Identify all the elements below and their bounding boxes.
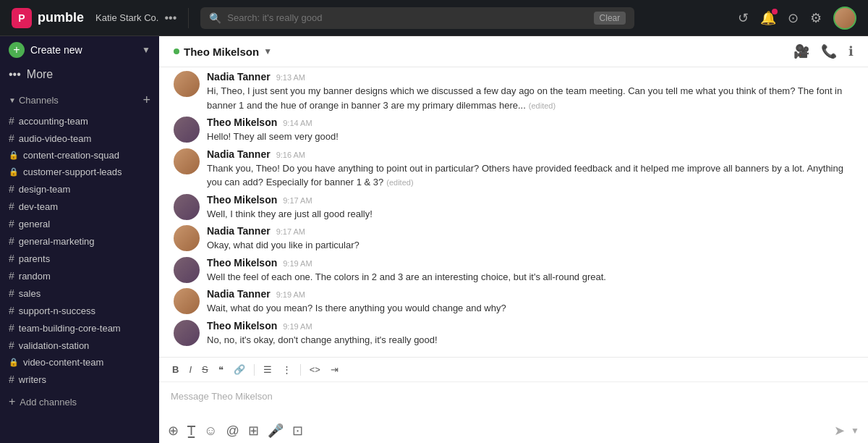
attachment-button[interactable]: ⊞ [248,423,259,439]
lock-icon: 🔒 [9,167,19,177]
message-group: Theo Mikelson9:14 AMHello! They all seem… [174,117,854,144]
sidebar-channel-sales[interactable]: #sales [0,284,159,302]
topbar-actions: ↺ 🔔 ⊙ ⚙ [726,7,868,30]
workspace-options-icon[interactable]: ••• [164,12,176,25]
settings-icon[interactable]: ⚙ [810,10,822,26]
hash-icon: # [9,115,14,127]
chat-header: Theo Mikelson ▼ 🎥 📞 ℹ [159,36,868,67]
sidebar-channel-dev-team[interactable]: #dev-team [0,198,159,215]
search-area: 🔍 Clear [189,7,726,29]
channel-name: general-marketing [19,236,95,247]
search-clear-button[interactable]: Clear [594,12,626,25]
text-format-button[interactable]: T̲ [187,423,195,439]
message-time: 9:17 AM [276,227,305,236]
hash-icon: # [9,218,14,229]
message-time: 9:16 AM [276,151,305,159]
message-sender-name: Nadia Tanner [207,225,271,237]
help-icon[interactable]: ⊙ [788,10,799,26]
add-channel-icon[interactable]: + [142,93,150,108]
send-button[interactable]: ➤ [834,423,845,439]
hash-icon: # [9,287,14,299]
add-channels-label: Add channels [20,397,77,408]
image-button[interactable]: ⊡ [292,423,303,439]
input-actions-left: ⊕ T̲ ☺ @ ⊞ 🎤 ⊡ [168,423,303,439]
sidebar-channel-general[interactable]: #general [0,215,159,232]
chat-name-chevron-icon[interactable]: ▼ [263,46,272,56]
search-box[interactable]: 🔍 Clear [200,7,634,29]
message-input-placeholder: Message Theo Mikelson [171,391,273,402]
strikethrough-button[interactable]: S [197,362,213,377]
code-button[interactable]: <> [305,362,325,377]
sidebar-channel-validation-station[interactable]: #validation-station [0,337,159,354]
brand-name: pumble [38,10,84,25]
send-options-chevron-icon[interactable]: ▼ [851,426,859,436]
channel-list: #accounting-team#audio-video-team🔒conten… [0,112,159,388]
input-area: B I S ❝ 🔗 ☰ ⋮ <> ⇥ Message Theo Mikelson… [159,357,868,443]
phone-call-icon[interactable]: 📞 [821,43,837,59]
message-avatar [174,225,200,251]
online-status-dot [174,48,179,54]
ordered-list-button[interactable]: ☰ [259,362,276,377]
sidebar-channel-parents[interactable]: #parents [0,250,159,267]
unordered-list-button[interactable]: ⋮ [278,362,296,377]
sidebar-channel-writers[interactable]: #writers [0,371,159,388]
channels-section: ▼ Channels + #accounting-team#audio-vide… [0,85,159,391]
hash-icon: # [9,132,14,144]
create-new-label: Create new [30,44,82,56]
message-content: Theo Mikelson9:19 AMWell the feel of eac… [207,257,854,284]
chat-header-left: Theo Mikelson ▼ [174,46,272,58]
message-text: Well, I think they are just all good rea… [207,207,854,222]
message-time: 9:19 AM [276,290,305,299]
sidebar-channel-general-marketing[interactable]: #general-marketing [0,232,159,250]
chat-area: Theo Mikelson ▼ 🎥 📞 ℹ Nadia Tanner9:13 A… [159,36,868,443]
message-sender-name: Theo Mikelson [207,194,277,206]
hash-icon: # [9,322,14,334]
sidebar-channel-random[interactable]: #random [0,267,159,284]
message-text: Hi, Theo, I just sent you my banner desi… [207,84,854,112]
channel-name: support-n-success [19,305,95,316]
link-button[interactable]: 🔗 [229,362,250,377]
sidebar-channel-support-n-success[interactable]: #support-n-success [0,302,159,319]
message-time: 9:19 AM [283,322,312,331]
toolbar-separator-2 [300,364,301,376]
message-input-box[interactable]: Message Theo Mikelson [159,382,868,418]
search-icon: 🔍 [209,12,221,24]
sidebar-channel-design-team[interactable]: #design-team [0,180,159,198]
sidebar-channel-video-content-team[interactable]: 🔒video-content-team [0,354,159,371]
message-avatar [174,71,200,97]
create-new-button[interactable]: + Create new ▼ [0,36,159,64]
message-text: Okay, what did you like in particular? [207,238,854,253]
message-content: Theo Mikelson9:14 AMHello! They all seem… [207,117,854,144]
hash-icon: # [9,253,14,264]
message-group: Nadia Tanner9:13 AMHi, Theo, I just sent… [174,71,854,112]
channel-name: accounting-team [19,116,88,127]
sidebar-channel-content-creation-squad[interactable]: 🔒content-creation-squad [0,147,159,164]
bold-button[interactable]: B [168,362,183,377]
more-ellipsis-icon: ••• [9,68,21,81]
sidebar-channel-customer-support-leads[interactable]: 🔒customer-support-leads [0,164,159,180]
mention-button[interactable]: @ [226,423,239,439]
history-icon[interactable]: ↺ [738,10,749,26]
notification-icon[interactable]: 🔔 [760,10,776,26]
message-content: Nadia Tanner9:17 AMOkay, what did you li… [207,225,854,253]
sidebar-channel-audio-video-team[interactable]: #audio-video-team [0,130,159,147]
message-content: Nadia Tanner9:13 AMHi, Theo, I just sent… [207,71,854,112]
blockquote-button[interactable]: ❝ [214,362,228,377]
message-group: Theo Mikelson9:17 AMWell, I think they a… [174,194,854,222]
sidebar-channel-accounting-team[interactable]: #accounting-team [0,112,159,130]
channels-section-header[interactable]: ▼ Channels + [0,88,159,112]
info-icon[interactable]: ℹ [848,43,854,59]
italic-button[interactable]: I [184,362,196,377]
add-channels-button[interactable]: + Add channels [0,391,159,413]
video-call-icon[interactable]: 🎥 [793,43,809,59]
hash-icon: # [9,270,14,282]
audio-button[interactable]: 🎤 [268,423,284,439]
user-avatar[interactable] [833,7,856,30]
search-input[interactable] [227,12,587,23]
message-group: Nadia Tanner9:17 AMOkay, what did you li… [174,225,854,253]
sidebar-channel-team-building-core-team[interactable]: #team-building-core-team [0,319,159,337]
more-button[interactable]: ••• More [0,64,159,85]
emoji-button[interactable]: ☺ [204,423,217,439]
indent-button[interactable]: ⇥ [326,362,343,377]
add-reaction-button[interactable]: ⊕ [168,423,179,439]
